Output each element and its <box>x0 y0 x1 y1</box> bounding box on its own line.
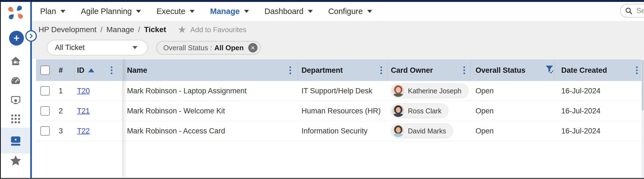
ticket-id-link[interactable]: T21 <box>77 107 90 115</box>
date-created-value: 16-Jul-2024 <box>561 107 601 115</box>
card-owner-name: David Marks <box>408 127 446 135</box>
nav-item-agile-planning[interactable]: Agile Planning <box>81 7 141 16</box>
briefcase-icon[interactable] <box>10 135 22 147</box>
ticket-id-link[interactable]: T22 <box>77 127 90 135</box>
card-owner-pill[interactable]: Katherine Joseph <box>391 83 468 98</box>
top-navbar: Plan Agile Planning Execute Manage Dashb… <box>32 2 644 21</box>
column-header-date-created[interactable]: Date Created <box>561 66 607 74</box>
add-to-favourites-button[interactable]: ★ Add to Favourites <box>178 25 246 35</box>
breadcrumb: HP Development / Manage / Ticket ★ Add t… <box>38 21 246 38</box>
column-header-num[interactable]: # <box>55 66 66 74</box>
select-all-checkbox[interactable] <box>40 66 50 75</box>
filter-chip-value: All Open <box>214 44 244 52</box>
view-selector-value: All Ticket <box>55 43 85 52</box>
card-owner-pill[interactable]: Ross Clark <box>391 104 448 118</box>
nav-label: Manage <box>210 7 240 16</box>
chevron-down-icon <box>190 10 195 13</box>
column-header-id[interactable]: ID <box>77 66 84 74</box>
sidebar: + <box>1 2 30 178</box>
view-selector-dropdown[interactable]: All Ticket <box>47 40 148 55</box>
vertical-scrollbar-thumb[interactable] <box>642 60 644 111</box>
search-input[interactable] <box>636 6 644 15</box>
ticket-name[interactable]: Mark Robinson - Welcome Kit <box>127 107 225 115</box>
nav-label: Execute <box>156 7 185 16</box>
zoho-sprints-logo-icon[interactable] <box>8 5 23 21</box>
filter-funnel-icon[interactable] <box>545 65 555 76</box>
column-menu-name-icon[interactable] <box>289 66 291 74</box>
column-header-overall-status[interactable]: Overall Status <box>476 66 526 74</box>
row-number: 3 <box>55 127 66 135</box>
nav-label: Plan <box>40 7 56 16</box>
breadcrumb-current-page: Ticket <box>144 25 166 34</box>
column-header-department[interactable]: Department <box>302 66 343 74</box>
date-created-value: 16-Jul-2024 <box>561 127 601 135</box>
column-divider <box>74 59 74 81</box>
card-owner-name: Ross Clark <box>408 107 441 115</box>
chevron-down-icon <box>136 10 141 13</box>
global-search[interactable] <box>620 4 644 18</box>
column-divider <box>554 59 555 81</box>
grid-apps-icon[interactable] <box>10 113 22 125</box>
row-number: 2 <box>55 107 66 115</box>
column-header-card-owner[interactable]: Card Owner <box>391 66 433 74</box>
row-checkbox[interactable] <box>40 86 50 96</box>
ticket-department: IT Support/Help Desk <box>302 87 372 95</box>
chevron-down-icon <box>367 10 372 13</box>
breadcrumb-separator: / <box>100 25 103 34</box>
row-checkbox[interactable] <box>40 106 50 116</box>
ticket-name[interactable]: Mark Robinson - Laptop Assignment <box>127 87 247 95</box>
column-divider <box>297 59 298 81</box>
filter-chip-field: Overall Status : <box>163 44 212 52</box>
avatar <box>392 105 404 117</box>
chevron-down-icon <box>244 10 249 13</box>
overall-status-value: Open <box>476 107 494 115</box>
nav-label: Configure <box>328 7 363 16</box>
frozen-column-shadow <box>123 59 127 177</box>
overall-status-value: Open <box>476 127 494 135</box>
chevron-down-icon <box>60 10 65 13</box>
nav-item-manage[interactable]: Manage <box>210 7 249 16</box>
breadcrumb-project[interactable]: HP Development <box>38 25 96 34</box>
presentation-icon[interactable] <box>10 94 22 106</box>
ticket-id-link[interactable]: T20 <box>77 87 90 95</box>
ticket-name[interactable]: Mark Robinson - Access Card <box>127 127 225 135</box>
ticket-department: Human Resources (HR) <box>302 107 381 115</box>
column-divider <box>470 59 471 81</box>
breadcrumb-section[interactable]: Manage <box>106 25 134 34</box>
row-number: 1 <box>55 87 66 95</box>
nav-item-plan[interactable]: Plan <box>40 7 65 16</box>
date-created-value: 16-Jul-2024 <box>561 87 601 95</box>
breadcrumb-separator: / <box>138 25 140 34</box>
filter-chip-close-icon[interactable]: ✕ <box>248 43 258 52</box>
search-icon <box>625 7 632 15</box>
avatar <box>392 85 404 97</box>
nav-label: Agile Planning <box>81 7 132 16</box>
nav-item-dashboard[interactable]: Dashboard <box>264 7 313 16</box>
sort-ascending-icon[interactable] <box>88 68 94 72</box>
column-menu-date-created-icon[interactable] <box>636 66 638 74</box>
overall-status-value: Open <box>476 87 494 95</box>
column-menu-department-icon[interactable] <box>380 66 382 74</box>
home-icon[interactable] <box>10 55 22 67</box>
row-checkbox[interactable] <box>40 126 50 136</box>
card-owner-pill[interactable]: David Marks <box>391 124 453 138</box>
column-menu-card-owner-icon[interactable] <box>463 66 465 74</box>
chevron-down-icon <box>308 10 313 13</box>
window-left-edge <box>0 2 1 179</box>
nav-item-configure[interactable]: Configure <box>328 7 372 16</box>
sidebar-divider <box>30 2 32 178</box>
nav-item-execute[interactable]: Execute <box>156 7 195 16</box>
subheader: HP Development / Manage / Ticket ★ Add t… <box>32 21 644 59</box>
add-button[interactable]: + <box>9 31 24 46</box>
window-top-bar <box>0 0 644 2</box>
favourite-star-icon: ★ <box>178 25 186 35</box>
window-bottom-edge <box>0 178 644 179</box>
star-icon[interactable] <box>10 155 22 167</box>
filter-chip-overall-status[interactable]: Overall Status : All Open ✕ <box>156 41 261 55</box>
sidebar-expand-chevron-icon[interactable] <box>25 30 37 42</box>
column-menu-id-icon[interactable] <box>111 66 112 74</box>
gauge-icon[interactable] <box>10 75 22 87</box>
column-header-name[interactable]: Name <box>127 66 147 74</box>
column-divider <box>387 59 388 81</box>
favourites-label: Add to Favourites <box>190 26 247 34</box>
